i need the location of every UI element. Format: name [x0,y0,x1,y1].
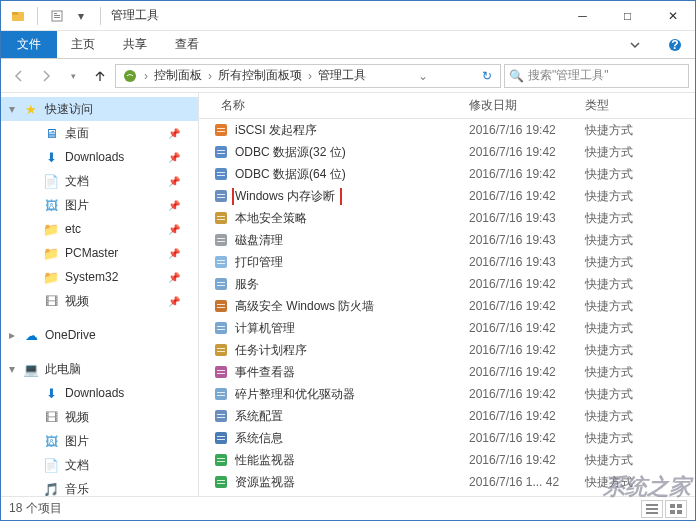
file-name: ODBC 数据源(32 位) [235,144,346,161]
chevron-right-icon[interactable]: › [142,69,150,83]
maximize-button[interactable]: □ [605,1,650,31]
sidebar-item[interactable]: 🎞视频📌 [1,289,198,313]
column-type[interactable]: 类型 [577,97,657,114]
file-type: 快捷方式 [577,166,657,183]
up-button[interactable] [88,64,112,88]
file-row[interactable]: ODBC 数据源(64 位)2016/7/16 19:42快捷方式 [199,163,695,185]
svg-rect-53 [217,439,225,440]
file-date: 2016/7/16 19:42 [461,453,577,467]
file-row[interactable]: ODBC 数据源(32 位)2016/7/16 19:42快捷方式 [199,141,695,163]
tab-share[interactable]: 共享 [109,31,161,58]
file-row[interactable]: 资源监视器2016/7/16 1... 42快捷方式 [199,471,695,493]
sidebar-item[interactable]: ▸☁OneDrive [1,323,198,347]
sidebar-item[interactable]: 🖼图片📌 [1,193,198,217]
file-name: ODBC 数据源(64 位) [235,166,346,183]
sidebar-item-label: PCMaster [65,246,118,260]
history-dropdown[interactable]: ▾ [61,64,85,88]
file-type: 快捷方式 [577,342,657,359]
file-row[interactable]: 服务2016/7/16 19:42快捷方式 [199,273,695,295]
chevron-right-icon[interactable]: › [306,69,314,83]
sidebar-item[interactable]: 🎵音乐 [1,477,198,496]
svg-rect-39 [215,344,227,356]
file-row[interactable]: 性能监视器2016/7/16 19:42快捷方式 [199,449,695,471]
svg-rect-13 [217,150,225,151]
address-bar[interactable]: › 控制面板 › 所有控制面板项 › 管理工具 ⌄ ↻ [115,64,501,88]
tab-view[interactable]: 查看 [161,31,213,58]
sidebar-item[interactable]: 📁System32📌 [1,265,198,289]
sidebar-item[interactable]: 🖥桌面📌 [1,121,198,145]
close-button[interactable]: ✕ [650,1,695,31]
expand-icon[interactable]: ▸ [7,328,17,342]
sidebar-item[interactable]: 📄文档📌 [1,169,198,193]
file-icon [213,474,229,490]
svg-rect-9 [215,124,227,136]
qat-folder-icon[interactable] [7,5,29,27]
file-row[interactable]: iSCSI 发起程序2016/7/16 19:42快捷方式 [199,119,695,141]
sidebar-item-label: 图片 [65,433,89,450]
ribbon-expand-icon[interactable] [615,31,655,58]
navbar: ▾ › 控制面板 › 所有控制面板项 › 管理工具 ⌄ ↻ 🔍 搜索"管理工具" [1,59,695,93]
svg-rect-3 [54,13,57,14]
sidebar-item[interactable]: 🖼图片 [1,429,198,453]
file-tab[interactable]: 文件 [1,31,57,58]
file-row[interactable]: 本地安全策略2016/7/16 19:43快捷方式 [199,207,695,229]
tab-home[interactable]: 主页 [57,31,109,58]
help-button[interactable]: ? [655,31,695,58]
file-row[interactable]: 系统信息2016/7/16 19:42快捷方式 [199,427,695,449]
file-row[interactable]: 任务计划程序2016/7/16 19:42快捷方式 [199,339,695,361]
svg-rect-17 [217,175,225,176]
file-row[interactable]: 事件查看器2016/7/16 19:42快捷方式 [199,361,695,383]
file-icon [213,232,229,248]
back-button[interactable] [7,64,31,88]
sidebar-item[interactable]: 📁PCMaster📌 [1,241,198,265]
sidebar-item[interactable]: ▾💻此电脑 [1,357,198,381]
pin-icon: 📌 [168,248,180,259]
forward-button[interactable] [34,64,58,88]
expand-icon[interactable]: ▾ [7,102,17,116]
svg-rect-12 [215,146,227,158]
address-icon [118,65,142,87]
file-date: 2016/7/16 19:42 [461,387,577,401]
sidebar-item[interactable]: ▾★快速访问 [1,97,198,121]
svg-rect-25 [217,238,225,239]
breadcrumb-item[interactable]: 所有控制面板项 [214,65,306,87]
qat-properties-icon[interactable] [46,5,68,27]
column-date[interactable]: 修改日期 [461,97,577,114]
address-dropdown-icon[interactable]: ⌄ [412,69,434,83]
file-row[interactable]: 系统配置2016/7/16 19:42快捷方式 [199,405,695,427]
file-icon [213,452,229,468]
sidebar-item[interactable]: 📄文档 [1,453,198,477]
file-row[interactable]: 计算机管理2016/7/16 19:42快捷方式 [199,317,695,339]
sidebar-item-label: 桌面 [65,125,89,142]
svg-rect-23 [217,219,225,220]
column-name[interactable]: 名称 [199,97,461,114]
view-icons-button[interactable] [665,500,687,518]
file-type: 快捷方式 [577,408,657,425]
svg-rect-34 [217,304,225,305]
refresh-button[interactable]: ↻ [476,69,498,83]
search-input[interactable]: 🔍 搜索"管理工具" [504,64,689,88]
expand-icon[interactable]: ▾ [7,362,17,376]
sidebar-item[interactable]: 🎞视频 [1,405,198,429]
chevron-right-icon[interactable]: › [206,69,214,83]
view-details-button[interactable] [641,500,663,518]
file-row[interactable]: Windows 内存诊断2016/7/16 19:42快捷方式 [199,185,695,207]
sidebar-item[interactable]: ⬇Downloads📌 [1,145,198,169]
file-icon [213,188,229,204]
sidebar-item[interactable]: ⬇Downloads [1,381,198,405]
file-row[interactable]: 磁盘清理2016/7/16 19:43快捷方式 [199,229,695,251]
svg-rect-47 [217,395,225,396]
file-row[interactable]: 打印管理2016/7/16 19:43快捷方式 [199,251,695,273]
file-row[interactable]: 碎片整理和优化驱动器2016/7/16 19:42快捷方式 [199,383,695,405]
breadcrumb-item[interactable]: 管理工具 [314,65,370,87]
sidebar-item-label: 文档 [65,173,89,190]
svg-rect-14 [217,153,225,154]
file-date: 2016/7/16 19:42 [461,299,577,313]
file-row[interactable]: 高级安全 Windows 防火墙2016/7/16 19:42快捷方式 [199,295,695,317]
sidebar-item[interactable]: 📁etc📌 [1,217,198,241]
file-icon [213,364,229,380]
file-icon [213,122,229,138]
minimize-button[interactable]: ─ [560,1,605,31]
qat-dropdown-icon[interactable]: ▾ [70,5,92,27]
breadcrumb-item[interactable]: 控制面板 [150,65,206,87]
